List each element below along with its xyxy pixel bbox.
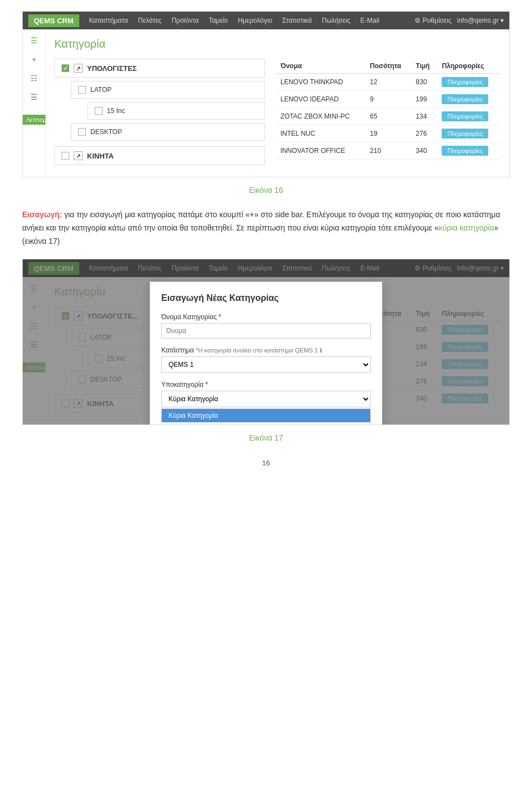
expand-5[interactable]: ↗ [74, 151, 83, 160]
nav-email[interactable]: E-Mail [356, 14, 383, 27]
modal-subcategory-field: Υποκατηγορία * Κύρια Κατηγορία Κύρια Κατ… [161, 381, 371, 425]
info-btn-0[interactable]: Πληροφορίες [442, 77, 488, 87]
expand-1[interactable]: ↗ [74, 64, 83, 73]
tree-label-3: 15 Inc [107, 107, 125, 115]
settings-link[interactable]: ⚙ Ρυθμίσεις [415, 17, 451, 24]
row-name: ZOTAC ZBOX MINI-PC [276, 108, 366, 125]
checkbox-3[interactable] [95, 107, 103, 115]
tree-label-4: DESKTOP [90, 128, 122, 136]
filter-icon[interactable]: ☰ [29, 35, 40, 46]
nav-calendar[interactable]: Ημερολόγιο [233, 14, 277, 27]
col-qty: Ποσότητα [366, 59, 412, 74]
modal-store-label: Κατάστημα *Η κατηγορία ανοίκει στο κατάσ… [161, 346, 371, 354]
info-btn-2[interactable]: Πληροφορίες [442, 111, 488, 121]
row-name: INTEL NUC [276, 125, 366, 142]
tree-label-5: ΚΙΝΗΤΑ [87, 152, 114, 160]
dd-item-0[interactable]: Κύρια Κατηγορία [162, 409, 370, 422]
row-price: 134 [411, 108, 437, 125]
nav-items: Καταστήματα Πελάτες Προϊόντα Ταμείο Ημερ… [85, 14, 415, 27]
row-name: LENOVO IDEAPAD [276, 91, 366, 108]
add-category-modal: Εισαγωγή Νέας Κατηγορίας Όνομα Κατηγορία… [150, 282, 382, 425]
page-title-1: Κατηγορία [54, 38, 501, 50]
table-row: LENOVO THINKPAD 12 830 Πληροφορίες [276, 74, 501, 91]
category-tree: ✓ ↗ ΥΠΟΛΟΓΙΣΤΕΣ LATOP 15 Inc [54, 59, 265, 168]
tree-item-2[interactable]: LATOP [71, 81, 265, 99]
row-qty: 210 [366, 142, 412, 160]
tree-label-2: LATOP [90, 86, 111, 94]
screenshot-inner-1: ☰ + ☷ ☰ Λεπτομέρειες Κατηγορία ✓ [23, 29, 509, 177]
checkbox-1[interactable]: ✓ [62, 64, 69, 72]
modal-store-field: Κατάστημα *Η κατηγορία ανοίκει στο κατάσ… [161, 346, 371, 373]
table-row: ZOTAC ZBOX MINI-PC 65 134 Πληροφορίες [276, 108, 501, 125]
top-nav-1: QEMS CRM Καταστήματα Πελάτες Προϊόντα Τα… [23, 12, 509, 29]
col-name: Όνομα [276, 59, 366, 74]
info-btn-1[interactable]: Πληροφορίες [442, 94, 488, 104]
add-icon[interactable]: + [29, 54, 40, 65]
modal-name-input[interactable] [161, 323, 371, 339]
nav-clients[interactable]: Πελάτες [134, 14, 166, 27]
modal-subcategory-label: Υποκατηγορία * [161, 381, 371, 388]
page-number: 16 [22, 459, 510, 467]
tree-item-4[interactable]: DESKTOP [71, 123, 265, 141]
brand-logo: QEMS CRM [28, 14, 79, 27]
row-qty: 9 [366, 91, 412, 108]
content-grid-1: ✓ ↗ ΥΠΟΛΟΓΙΣΤΕΣ LATOP 15 Inc [54, 59, 501, 168]
table-row: INTEL NUC 19 276 Πληροφορίες [276, 125, 501, 142]
highlight-text: κύρια κατηγορία [439, 223, 494, 232]
col-info: Πληροφορίες [437, 59, 501, 74]
info-btn-4[interactable]: Πληροφορίες [442, 146, 488, 156]
row-name: INNOVATOR OFFICE [276, 142, 366, 160]
tree-label-1: ΥΠΟΛΟΓΙΣΤΕΣ [87, 64, 137, 73]
dropdown-list: Κύρια Κατηγορία ΥΠΟΛΟΓΙΣΤΕΣ LATOP 15 Inc… [161, 408, 371, 425]
modal-name-field: Όνομα Κατηγορίας * [161, 313, 371, 339]
user-menu[interactable]: info@qems.gr ▾ [457, 17, 504, 24]
checkbox-5[interactable] [62, 152, 69, 160]
row-price: 276 [411, 125, 437, 142]
nav-stats[interactable]: Στατιστικά [278, 14, 316, 27]
details-label[interactable]: Λεπτομέρειες [23, 115, 45, 125]
col-price: Τιμή [411, 59, 437, 74]
tree-item-5[interactable]: ↗ ΚΙΝΗΤΑ [54, 146, 265, 165]
nav-products[interactable]: Προϊόντα [167, 14, 203, 27]
nav-sales[interactable]: Πωλήσεις [318, 14, 355, 27]
store-sublabel: *Η κατηγορία ανοίκει στο κατάστημα QEMS … [196, 347, 322, 354]
intro-word: Εισαγωγή: [22, 210, 62, 219]
grid-icon[interactable]: ☷ [29, 73, 40, 84]
info-btn-3[interactable]: Πληροφορίες [442, 129, 488, 139]
modal-overlay: Εισαγωγή Νέας Κατηγορίας Όνομα Κατηγορία… [23, 259, 509, 424]
dd-item-1[interactable]: ΥΠΟΛΟΓΙΣΤΕΣ [162, 422, 370, 425]
nav-stores[interactable]: Καταστήματα [85, 14, 132, 27]
body-part2: για την εισαγωγή μια κατηγορίας πατάμε σ… [22, 210, 500, 232]
modal-store-select[interactable]: QEMS 1 [161, 356, 371, 373]
caption-1: Εικόνα 16 [22, 186, 510, 195]
tree-item-3[interactable]: 15 Inc [88, 102, 265, 120]
table-row: INNOVATOR OFFICE 210 340 Πληροφορίες [276, 142, 501, 160]
screenshot-1: QEMS CRM Καταστήματα Πελάτες Προϊόντα Τα… [22, 11, 510, 177]
modal-title: Εισαγωγή Νέας Κατηγορίας [161, 293, 371, 303]
row-qty: 12 [366, 74, 412, 91]
row-name: LENOVO THINKPAD [276, 74, 366, 91]
body-text: Εισαγωγή: για την εισαγωγή μια κατηγορία… [22, 208, 510, 248]
sidebar-1: ☰ + ☷ ☰ Λεπτομέρειες [23, 29, 46, 177]
row-qty: 19 [366, 125, 412, 142]
nav-right: ⚙ Ρυθμίσεις info@qems.gr ▾ [415, 17, 504, 24]
screenshot-2: QEMS CRM Καταστήματα Πελάτες Προϊόντα Τα… [22, 259, 510, 425]
main-area-1: Κατηγορία ✓ ↗ ΥΠΟΛΟΓΙΣΤΕΣ LATOP [46, 29, 509, 177]
row-price: 340 [411, 142, 437, 160]
row-price: 199 [411, 91, 437, 108]
modal-name-label: Όνομα Κατηγορίας * [161, 313, 371, 321]
caption-2: Εικόνα 17 [22, 433, 510, 442]
checkbox-4[interactable] [78, 128, 86, 136]
row-price: 830 [411, 74, 437, 91]
modal-subcategory-select[interactable]: Κύρια Κατηγορία [161, 391, 371, 407]
checkbox-2[interactable] [78, 86, 86, 94]
row-qty: 65 [366, 108, 412, 125]
tree-item-1[interactable]: ✓ ↗ ΥΠΟΛΟΓΙΣΤΕΣ [54, 59, 265, 78]
list-icon[interactable]: ☰ [29, 91, 40, 103]
nav-cash[interactable]: Ταμείο [204, 14, 233, 27]
table-row: LENOVO IDEAPAD 9 199 Πληροφορίες [276, 91, 501, 108]
product-table: Όνομα Ποσότητα Τιμή Πληροφορίες LENOVO T… [276, 59, 501, 168]
store-label-text: Κατάστημα [161, 346, 194, 354]
